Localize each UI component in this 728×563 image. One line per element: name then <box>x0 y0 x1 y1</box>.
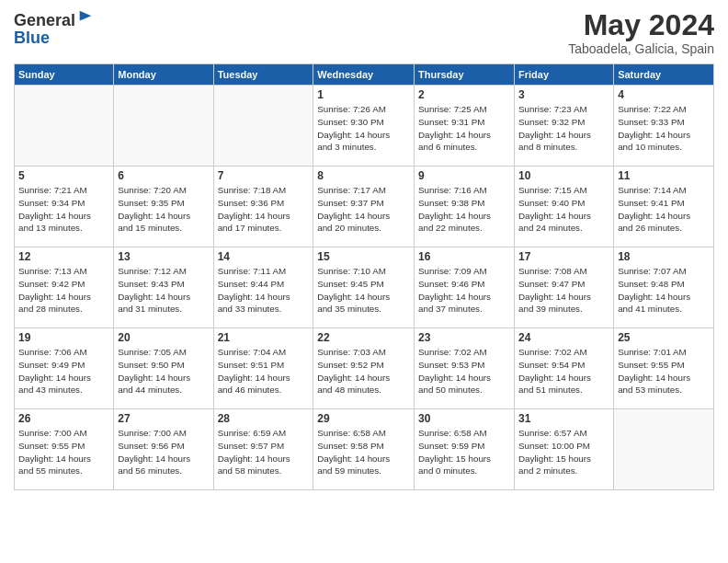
calendar-header-wednesday: Wednesday <box>313 64 415 86</box>
day-info: Sunrise: 7:01 AM Sunset: 9:55 PM Dayligh… <box>618 346 710 396</box>
logo-flag-icon <box>77 9 94 26</box>
calendar-cell: 10Sunrise: 7:15 AM Sunset: 9:40 PM Dayli… <box>515 167 614 247</box>
day-number: 10 <box>518 169 609 182</box>
day-number: 31 <box>518 412 609 425</box>
day-info: Sunrise: 7:05 AM Sunset: 9:50 PM Dayligh… <box>118 346 209 396</box>
day-number: 1 <box>317 88 410 101</box>
day-number: 6 <box>118 169 209 182</box>
calendar-cell: 1Sunrise: 7:26 AM Sunset: 9:30 PM Daylig… <box>313 86 415 167</box>
day-number: 20 <box>118 331 209 344</box>
calendar-cell: 6Sunrise: 7:20 AM Sunset: 9:35 PM Daylig… <box>114 167 213 247</box>
day-number: 21 <box>218 331 310 344</box>
day-info: Sunrise: 7:06 AM Sunset: 9:49 PM Dayligh… <box>18 346 109 396</box>
calendar-week-2: 5Sunrise: 7:21 AM Sunset: 9:34 PM Daylig… <box>15 167 714 247</box>
calendar-header-thursday: Thursday <box>415 64 515 86</box>
day-info: Sunrise: 7:26 AM Sunset: 9:30 PM Dayligh… <box>317 103 410 154</box>
calendar-cell: 20Sunrise: 7:05 AM Sunset: 9:50 PM Dayli… <box>114 328 213 409</box>
day-number: 3 <box>518 88 609 101</box>
day-number: 22 <box>317 331 410 344</box>
day-info: Sunrise: 6:58 AM Sunset: 9:59 PM Dayligh… <box>418 427 510 477</box>
day-info: Sunrise: 7:02 AM Sunset: 9:54 PM Dayligh… <box>518 346 609 396</box>
day-number: 5 <box>18 169 109 182</box>
calendar-week-1: 1Sunrise: 7:26 AM Sunset: 9:30 PM Daylig… <box>15 86 714 167</box>
calendar-header-monday: Monday <box>114 64 213 86</box>
day-number: 2 <box>418 88 510 101</box>
day-info: Sunrise: 7:12 AM Sunset: 9:43 PM Dayligh… <box>118 265 209 316</box>
calendar-week-3: 12Sunrise: 7:13 AM Sunset: 9:42 PM Dayli… <box>15 247 714 328</box>
day-info: Sunrise: 7:17 AM Sunset: 9:37 PM Dayligh… <box>317 184 410 235</box>
day-number: 25 <box>618 331 710 344</box>
calendar-cell: 30Sunrise: 6:58 AM Sunset: 9:59 PM Dayli… <box>415 409 515 490</box>
calendar-cell: 21Sunrise: 7:04 AM Sunset: 9:51 PM Dayli… <box>213 328 313 409</box>
logo-blue-text: Blue <box>14 29 94 48</box>
location: Taboadela, Galicia, Spain <box>568 41 714 56</box>
calendar-cell: 14Sunrise: 7:11 AM Sunset: 9:44 PM Dayli… <box>213 247 313 328</box>
calendar-cell: 11Sunrise: 7:14 AM Sunset: 9:41 PM Dayli… <box>614 167 714 247</box>
calendar-cell: 24Sunrise: 7:02 AM Sunset: 9:54 PM Dayli… <box>515 328 614 409</box>
day-number: 23 <box>418 331 510 344</box>
day-number: 7 <box>218 169 310 182</box>
calendar-cell: 8Sunrise: 7:17 AM Sunset: 9:37 PM Daylig… <box>313 167 415 247</box>
calendar-cell <box>614 409 714 490</box>
calendar-table: SundayMondayTuesdayWednesdayThursdayFrid… <box>14 63 714 490</box>
day-info: Sunrise: 7:03 AM Sunset: 9:52 PM Dayligh… <box>317 346 410 396</box>
day-info: Sunrise: 7:20 AM Sunset: 9:35 PM Dayligh… <box>118 184 209 235</box>
calendar-cell: 29Sunrise: 6:58 AM Sunset: 9:58 PM Dayli… <box>313 409 415 490</box>
day-info: Sunrise: 7:22 AM Sunset: 9:33 PM Dayligh… <box>618 103 710 154</box>
calendar-cell <box>213 86 313 167</box>
day-number: 17 <box>518 250 609 263</box>
day-info: Sunrise: 7:08 AM Sunset: 9:47 PM Dayligh… <box>518 265 609 316</box>
day-number: 8 <box>317 169 410 182</box>
calendar-cell: 4Sunrise: 7:22 AM Sunset: 9:33 PM Daylig… <box>614 86 714 167</box>
day-info: Sunrise: 7:25 AM Sunset: 9:31 PM Dayligh… <box>418 103 510 154</box>
month-title: May 2024 <box>568 9 714 41</box>
svg-marker-0 <box>80 11 92 24</box>
day-number: 4 <box>618 88 710 101</box>
calendar-cell: 22Sunrise: 7:03 AM Sunset: 9:52 PM Dayli… <box>313 328 415 409</box>
day-number: 27 <box>118 412 209 425</box>
day-number: 9 <box>418 169 510 182</box>
day-number: 29 <box>317 412 410 425</box>
calendar-header-sunday: Sunday <box>15 64 114 86</box>
day-number: 26 <box>18 412 109 425</box>
header: General Blue May 2024 Taboadela, Galicia… <box>14 9 714 56</box>
calendar-cell: 7Sunrise: 7:18 AM Sunset: 9:36 PM Daylig… <box>213 167 313 247</box>
day-number: 13 <box>118 250 209 263</box>
calendar-cell: 12Sunrise: 7:13 AM Sunset: 9:42 PM Dayli… <box>15 247 114 328</box>
calendar-cell: 5Sunrise: 7:21 AM Sunset: 9:34 PM Daylig… <box>15 167 114 247</box>
day-number: 14 <box>218 250 310 263</box>
day-info: Sunrise: 7:04 AM Sunset: 9:51 PM Dayligh… <box>218 346 310 396</box>
calendar-cell: 13Sunrise: 7:12 AM Sunset: 9:43 PM Dayli… <box>114 247 213 328</box>
title-block: May 2024 Taboadela, Galicia, Spain <box>568 9 714 56</box>
day-number: 16 <box>418 250 510 263</box>
day-info: Sunrise: 6:57 AM Sunset: 10:00 PM Daylig… <box>518 427 609 477</box>
calendar-cell: 28Sunrise: 6:59 AM Sunset: 9:57 PM Dayli… <box>213 409 313 490</box>
day-info: Sunrise: 7:10 AM Sunset: 9:45 PM Dayligh… <box>317 265 410 316</box>
calendar-week-5: 26Sunrise: 7:00 AM Sunset: 9:55 PM Dayli… <box>15 409 714 490</box>
day-info: Sunrise: 7:00 AM Sunset: 9:55 PM Dayligh… <box>18 427 109 477</box>
day-info: Sunrise: 7:23 AM Sunset: 9:32 PM Dayligh… <box>518 103 609 154</box>
calendar-cell: 17Sunrise: 7:08 AM Sunset: 9:47 PM Dayli… <box>515 247 614 328</box>
calendar-week-4: 19Sunrise: 7:06 AM Sunset: 9:49 PM Dayli… <box>15 328 714 409</box>
calendar-cell: 9Sunrise: 7:16 AM Sunset: 9:38 PM Daylig… <box>415 167 515 247</box>
calendar-cell: 23Sunrise: 7:02 AM Sunset: 9:53 PM Dayli… <box>415 328 515 409</box>
calendar-cell: 19Sunrise: 7:06 AM Sunset: 9:49 PM Dayli… <box>15 328 114 409</box>
day-number: 28 <box>218 412 310 425</box>
calendar-header-friday: Friday <box>515 64 614 86</box>
day-number: 24 <box>518 331 609 344</box>
day-number: 15 <box>317 250 410 263</box>
day-info: Sunrise: 7:16 AM Sunset: 9:38 PM Dayligh… <box>418 184 510 235</box>
day-number: 11 <box>618 169 710 182</box>
logo: General Blue <box>14 9 94 48</box>
day-info: Sunrise: 7:11 AM Sunset: 9:44 PM Dayligh… <box>218 265 310 316</box>
calendar-cell: 3Sunrise: 7:23 AM Sunset: 9:32 PM Daylig… <box>515 86 614 167</box>
calendar-cell: 16Sunrise: 7:09 AM Sunset: 9:46 PM Dayli… <box>415 247 515 328</box>
day-info: Sunrise: 7:14 AM Sunset: 9:41 PM Dayligh… <box>618 184 710 235</box>
logo-general: General <box>14 11 75 29</box>
day-info: Sunrise: 6:59 AM Sunset: 9:57 PM Dayligh… <box>218 427 310 477</box>
day-info: Sunrise: 7:00 AM Sunset: 9:56 PM Dayligh… <box>118 427 209 477</box>
day-number: 12 <box>18 250 109 263</box>
page: General Blue May 2024 Taboadela, Galicia… <box>0 0 728 563</box>
calendar-cell <box>114 86 213 167</box>
calendar-header-tuesday: Tuesday <box>213 64 313 86</box>
